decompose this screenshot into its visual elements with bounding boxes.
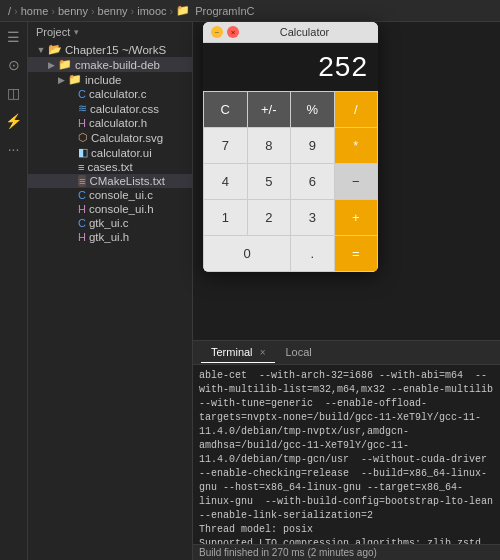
content-area: − × Calculator 252 C +/- % / 7 8 9 * 4 5… <box>193 22 500 560</box>
calc-plus-button[interactable]: + <box>335 200 378 235</box>
activity-bar: ☰ ⊙ ◫ ⚡ ··· <box>0 22 28 560</box>
tree-label: include <box>85 74 121 86</box>
tree-item-cmake-build[interactable]: ▶ 📁 cmake-build-deb <box>28 57 192 72</box>
css-file-icon: ≋ <box>78 102 87 115</box>
ui-file-icon: ◧ <box>78 146 88 159</box>
calc-1-button[interactable]: 1 <box>204 200 247 235</box>
tree-label: calculator.h <box>89 117 147 129</box>
term-line: Thread model: posix <box>199 523 494 537</box>
calc-keypad: C +/- % / 7 8 9 * 4 5 6 − 1 2 3 + 0 . = <box>203 91 378 272</box>
tree-label: console_ui.h <box>89 203 154 215</box>
terminal-area: Terminal × Local able-cet --with-arch-32… <box>193 340 500 560</box>
c-file-icon: C <box>78 189 86 201</box>
h-file-icon: H <box>78 231 86 243</box>
h-file-icon: H <box>78 117 86 129</box>
tree-item-calculator-css[interactable]: ≋ calculator.css <box>28 101 192 116</box>
tree-item-console-ui-h[interactable]: H console_ui.h <box>28 202 192 216</box>
cmake-file-icon: ≡ <box>78 175 86 187</box>
tree-item-calculator-c[interactable]: C calculator.c <box>28 87 192 101</box>
tree-label: Chapter15 ~/WorkS <box>65 44 166 56</box>
terminal-content: able-cet --with-arch-32=i686 --with-abi=… <box>193 365 500 544</box>
tree-label: calculator.ui <box>91 147 152 159</box>
tree-label: cases.txt <box>87 161 132 173</box>
breadcrumb-root: / <box>8 5 11 17</box>
local-tab[interactable]: Local <box>275 342 321 363</box>
txt-file-icon: ≡ <box>78 161 84 173</box>
breadcrumb: / › home › benny › benny › imooc › 📁 Pro… <box>8 4 255 17</box>
tree-label: calculator.css <box>90 103 159 115</box>
tree-item-cmakelists[interactable]: ≡ CMakeLists.txt <box>28 174 192 188</box>
activity-search-icon[interactable]: ⊙ <box>3 54 25 76</box>
tree-item-calculator-h[interactable]: H calculator.h <box>28 116 192 130</box>
tree-item-chapter15[interactable]: ▼ 📂 Chapter15 ~/WorkS <box>28 42 192 57</box>
c-file-icon: C <box>78 217 86 229</box>
chevron-icon: ▼ <box>36 45 46 55</box>
calc-3-button[interactable]: 3 <box>291 200 334 235</box>
tree-label: cmake-build-deb <box>75 59 160 71</box>
terminal-tab[interactable]: Terminal × <box>201 342 275 363</box>
calc-display: 252 <box>203 43 378 91</box>
calc-minus-button[interactable]: − <box>335 164 378 199</box>
calc-2-button[interactable]: 2 <box>248 200 291 235</box>
calc-titlebar: − × Calculator <box>203 22 378 43</box>
activity-extensions-icon[interactable]: ··· <box>3 138 25 160</box>
tree-item-include[interactable]: ▶ 📁 include <box>28 72 192 87</box>
calc-4-button[interactable]: 4 <box>204 164 247 199</box>
sidebar-chevron-icon: ▾ <box>74 27 79 37</box>
breadcrumb-imooc[interactable]: imooc <box>137 5 166 17</box>
breadcrumb-benny[interactable]: benny <box>58 5 88 17</box>
activity-explorer-icon[interactable]: ☰ <box>3 26 25 48</box>
h-file-icon: H <box>78 203 86 215</box>
terminal-tab-close[interactable]: × <box>260 347 266 358</box>
minimize-button[interactable]: − <box>211 26 223 38</box>
tree-item-cases-txt[interactable]: ≡ cases.txt <box>28 160 192 174</box>
calc-0-button[interactable]: 0 <box>204 236 290 271</box>
sidebar-label: Project <box>36 26 70 38</box>
tree-label: Calculator.svg <box>91 132 163 144</box>
calc-equals-button[interactable]: = <box>335 236 378 271</box>
terminal-tabs: Terminal × Local <box>193 341 500 365</box>
tree-item-calculator-svg[interactable]: ⬡ Calculator.svg <box>28 130 192 145</box>
calc-6-button[interactable]: 6 <box>291 164 334 199</box>
calc-clear-button[interactable]: C <box>204 92 247 127</box>
calc-9-button[interactable]: 9 <box>291 128 334 163</box>
breadcrumb-programinc[interactable]: ProgramInC <box>195 5 254 17</box>
tree-label: console_ui.c <box>89 189 153 201</box>
build-status: Build finished in 270 ms (2 minutes ago) <box>193 544 500 560</box>
calc-dot-button[interactable]: . <box>291 236 334 271</box>
svg-file-icon: ⬡ <box>78 131 88 144</box>
term-line: Supported LTO compression algorithms: zl… <box>199 537 494 544</box>
c-file-icon: C <box>78 88 86 100</box>
chevron-icon: ▶ <box>46 60 56 70</box>
calc-title: Calculator <box>239 26 370 38</box>
calc-divide-button[interactable]: / <box>335 92 378 127</box>
close-button[interactable]: × <box>227 26 239 38</box>
tree-item-gtk-ui-h[interactable]: H gtk_ui.h <box>28 230 192 244</box>
activity-git-icon[interactable]: ◫ <box>3 82 25 104</box>
tree-label: CMakeLists.txt <box>89 175 164 187</box>
breadcrumb-workspace[interactable]: benny <box>98 5 128 17</box>
window-controls: − × <box>211 26 239 38</box>
calc-5-button[interactable]: 5 <box>248 164 291 199</box>
folder-icon: 📁 <box>58 58 72 71</box>
calc-7-button[interactable]: 7 <box>204 128 247 163</box>
calc-percent-button[interactable]: % <box>291 92 334 127</box>
topbar: / › home › benny › benny › imooc › 📁 Pro… <box>0 0 500 22</box>
main-layout: ☰ ⊙ ◫ ⚡ ··· Project ▾ ▼ 📂 Chapter15 ~/Wo… <box>0 22 500 560</box>
folder-open-icon: 📂 <box>48 43 62 56</box>
breadcrumb-home[interactable]: home <box>21 5 49 17</box>
breadcrumb-folder-icon: 📁 <box>176 4 190 17</box>
sidebar-header[interactable]: Project ▾ <box>28 22 192 42</box>
calculator-window[interactable]: − × Calculator 252 C +/- % / 7 8 9 * 4 5… <box>203 22 378 272</box>
folder-icon: 📁 <box>68 73 82 86</box>
chevron-icon: ▶ <box>56 75 66 85</box>
calc-plusminus-button[interactable]: +/- <box>248 92 291 127</box>
tree-item-calculator-ui[interactable]: ◧ calculator.ui <box>28 145 192 160</box>
sidebar: Project ▾ ▼ 📂 Chapter15 ~/WorkS ▶ 📁 cmak… <box>28 22 193 560</box>
tree-item-console-ui-c[interactable]: C console_ui.c <box>28 188 192 202</box>
activity-debug-icon[interactable]: ⚡ <box>3 110 25 132</box>
tree-label: gtk_ui.h <box>89 231 129 243</box>
tree-item-gtk-ui-c[interactable]: C gtk_ui.c <box>28 216 192 230</box>
calc-8-button[interactable]: 8 <box>248 128 291 163</box>
calc-multiply-button[interactable]: * <box>335 128 378 163</box>
